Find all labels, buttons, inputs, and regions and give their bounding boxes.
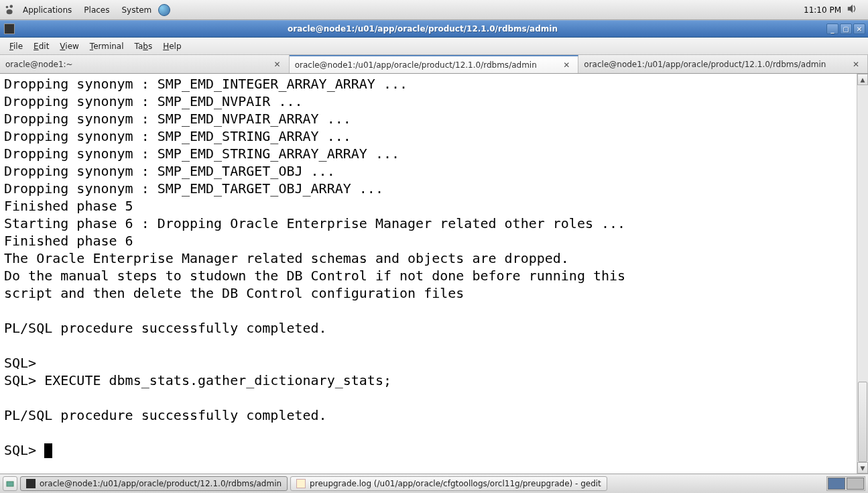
terminal-output[interactable]: Dropping synonym : SMP_EMD_INTEGER_ARRAY… <box>0 74 857 474</box>
taskbar-item-label: preupgrade.log (/u01/app/oracle/cfgtooll… <box>310 479 601 488</box>
terminal-icon <box>26 479 36 488</box>
menu-tabs[interactable]: Tabs <box>129 39 158 54</box>
menu-file[interactable]: File <box>4 39 28 54</box>
menu-edit[interactable]: Edit <box>28 39 54 54</box>
terminal-menubar: File Edit View Terminal Tabs Help <box>0 38 868 55</box>
terminal-viewport: Dropping synonym : SMP_EMD_INTEGER_ARRAY… <box>0 74 868 474</box>
workspace-switcher[interactable] <box>826 476 865 491</box>
menu-help[interactable]: Help <box>158 39 186 54</box>
window-close-button[interactable]: ✕ <box>853 23 865 34</box>
scrollbar-thumb[interactable] <box>858 382 867 462</box>
terminal-tab-2[interactable]: oracle@node1:/u01/app/oracle/product/12.… <box>578 55 868 73</box>
terminal-tab-1[interactable]: oracle@node1:/u01/app/oracle/product/12.… <box>290 55 579 73</box>
menu-terminal[interactable]: Terminal <box>84 39 129 54</box>
panel-menu-applications[interactable]: Applications <box>17 3 77 17</box>
tab-label: oracle@node1:~ <box>5 60 271 69</box>
svg-point-2 <box>7 9 13 14</box>
text-editor-icon <box>296 479 306 488</box>
panel-menu-places[interactable]: Places <box>78 3 115 17</box>
scrollbar-down-icon[interactable]: ▼ <box>857 462 868 474</box>
taskbar-item-terminal[interactable]: oracle@node1:/u01/app/oracle/product/12.… <box>20 476 288 491</box>
terminal-tab-0[interactable]: oracle@node1:~ ✕ <box>0 55 290 73</box>
desktop-bottom-panel: oracle@node1:/u01/app/oracle/product/12.… <box>0 474 868 493</box>
gnome-foot-icon <box>4 4 16 16</box>
workspace-2[interactable] <box>847 478 864 490</box>
desktop-top-panel: Applications Places System 11:10 PM <box>0 0 868 20</box>
svg-marker-3 <box>848 5 853 13</box>
taskbar-item-label: oracle@node1:/u01/app/oracle/product/12.… <box>40 479 282 488</box>
panel-clock[interactable]: 11:10 PM <box>804 5 841 15</box>
tab-close-icon[interactable]: ✕ <box>271 60 284 69</box>
taskbar-item-gedit[interactable]: preupgrade.log (/u01/app/oracle/cfgtooll… <box>290 476 607 491</box>
svg-point-1 <box>10 5 13 8</box>
svg-point-0 <box>6 5 9 8</box>
scrollbar-up-icon[interactable]: ▲ <box>857 74 868 85</box>
volume-icon[interactable] <box>847 3 859 17</box>
window-title: oracle@node1:/u01/app/oracle/product/12.… <box>19 24 826 34</box>
tab-label: oracle@node1:/u01/app/oracle/product/12.… <box>584 60 850 69</box>
tab-close-icon[interactable]: ✕ <box>560 60 572 70</box>
svg-rect-4 <box>7 482 13 486</box>
panel-menu-system[interactable]: System <box>116 3 157 17</box>
terminal-cursor <box>44 443 52 458</box>
terminal-tabbar: oracle@node1:~ ✕ oracle@node1:/u01/app/o… <box>0 55 868 74</box>
browser-launcher-icon[interactable] <box>158 4 170 16</box>
scrollbar-track[interactable] <box>857 85 868 462</box>
menu-view[interactable]: View <box>54 39 84 54</box>
show-desktop-button[interactable] <box>3 476 17 491</box>
window-minimize-button[interactable]: _ <box>826 23 839 34</box>
workspace-1[interactable] <box>828 478 845 490</box>
tab-label: oracle@node1:/u01/app/oracle/product/12.… <box>295 60 561 70</box>
window-titlebar[interactable]: oracle@node1:/u01/app/oracle/product/12.… <box>0 20 868 38</box>
tab-close-icon[interactable]: ✕ <box>850 60 862 69</box>
window-app-icon <box>4 23 15 34</box>
terminal-scrollbar[interactable]: ▲ ▼ <box>857 74 868 474</box>
window-maximize-button[interactable]: ▢ <box>840 23 852 34</box>
